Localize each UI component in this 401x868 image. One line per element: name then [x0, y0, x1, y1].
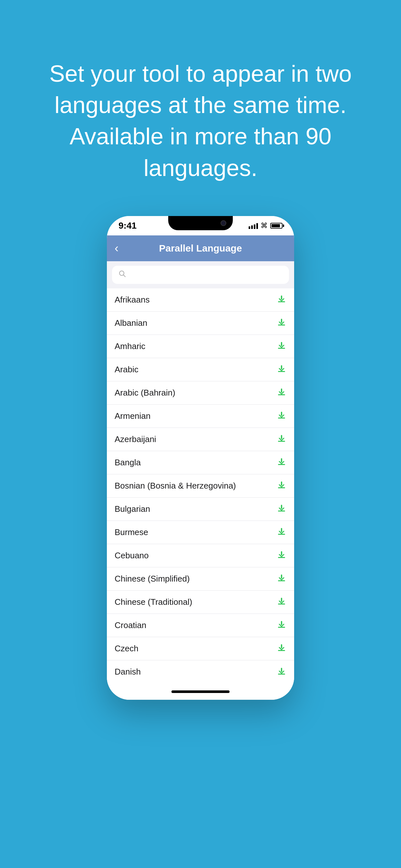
- language-name: Arabic (Bahrain): [115, 388, 175, 398]
- svg-rect-17: [281, 458, 282, 462]
- status-icons: ⌘: [249, 221, 282, 230]
- list-item[interactable]: Armenian: [107, 405, 294, 428]
- status-bar: 9:41 ⌘: [107, 216, 294, 236]
- list-item[interactable]: Albanian: [107, 312, 294, 335]
- back-button[interactable]: ‹: [115, 242, 119, 255]
- search-container: [107, 261, 294, 288]
- language-name: Bosnian (Bosnia & Herzegovina): [115, 481, 236, 491]
- list-item[interactable]: Burmese: [107, 521, 294, 544]
- list-item[interactable]: Azerbaijani: [107, 428, 294, 451]
- status-time: 9:41: [119, 221, 136, 231]
- download-icon[interactable]: [277, 503, 286, 515]
- svg-rect-15: [281, 435, 282, 439]
- list-item[interactable]: Bulgarian: [107, 498, 294, 521]
- language-name: Bulgarian: [115, 504, 150, 514]
- language-name: Albanian: [115, 318, 147, 328]
- phone-frame: 9:41 ⌘ ‹ Parallel Language: [107, 216, 294, 700]
- list-item[interactable]: Amharic: [107, 335, 294, 358]
- download-icon[interactable]: [277, 573, 286, 584]
- svg-rect-21: [281, 505, 282, 509]
- svg-rect-35: [281, 668, 282, 672]
- svg-rect-5: [281, 319, 282, 323]
- language-name: Burmese: [115, 527, 148, 537]
- language-name: Arabic: [115, 365, 138, 375]
- svg-rect-27: [281, 575, 282, 579]
- svg-rect-29: [281, 598, 282, 602]
- download-icon[interactable]: [277, 434, 286, 445]
- phone-mockup: 9:41 ⌘ ‹ Parallel Language: [107, 210, 294, 719]
- language-name: Czech: [115, 644, 138, 654]
- signal-bar-1: [249, 226, 250, 229]
- svg-rect-19: [281, 482, 282, 486]
- download-icon[interactable]: [277, 666, 286, 678]
- signal-bar-4: [256, 223, 258, 229]
- language-name: Amharic: [115, 341, 145, 351]
- list-item[interactable]: Czech: [107, 637, 294, 660]
- list-item[interactable]: Bosnian (Bosnia & Herzegovina): [107, 474, 294, 498]
- svg-rect-25: [281, 551, 282, 555]
- language-name: Croatian: [115, 620, 146, 630]
- language-name: Chinese (Simplified): [115, 574, 190, 584]
- svg-rect-11: [281, 389, 282, 393]
- svg-rect-33: [281, 644, 282, 648]
- svg-line-1: [124, 275, 126, 277]
- download-icon[interactable]: [277, 457, 286, 468]
- camera-dot: [220, 220, 226, 226]
- signal-bar-2: [251, 225, 253, 229]
- search-icon: [119, 270, 126, 280]
- list-item[interactable]: Bangla: [107, 451, 294, 474]
- download-icon[interactable]: [277, 410, 286, 422]
- list-item[interactable]: Cebuano: [107, 544, 294, 567]
- language-name: Bangla: [115, 458, 141, 468]
- download-icon[interactable]: [277, 550, 286, 561]
- list-item[interactable]: Arabic: [107, 358, 294, 381]
- svg-rect-3: [281, 296, 282, 300]
- navigation-bar: ‹ Parallel Language: [107, 236, 294, 261]
- home-indicator: [107, 684, 294, 700]
- svg-rect-9: [281, 365, 282, 369]
- download-icon[interactable]: [277, 364, 286, 375]
- list-item[interactable]: Afrikaans: [107, 288, 294, 312]
- svg-rect-23: [281, 528, 282, 532]
- download-icon[interactable]: [277, 480, 286, 491]
- svg-rect-31: [281, 621, 282, 625]
- download-icon[interactable]: [277, 294, 286, 305]
- language-name: Afrikaans: [115, 295, 150, 305]
- svg-rect-13: [281, 412, 282, 416]
- svg-rect-7: [281, 342, 282, 346]
- list-item[interactable]: Danish: [107, 660, 294, 684]
- download-icon[interactable]: [277, 317, 286, 329]
- language-name: Danish: [115, 667, 141, 677]
- hero-text: Set your tool to appear in two languages…: [0, 0, 401, 210]
- notch: [168, 216, 233, 230]
- language-name: Azerbaijani: [115, 434, 156, 444]
- language-list: Afrikaans Albanian Amharic Arabic Arabic…: [107, 288, 294, 684]
- wifi-icon: ⌘: [260, 221, 268, 230]
- signal-bar-3: [254, 224, 255, 229]
- download-icon[interactable]: [277, 643, 286, 654]
- battery-icon: [270, 223, 282, 228]
- list-item[interactable]: Chinese (Simplified): [107, 567, 294, 591]
- download-icon[interactable]: [277, 341, 286, 352]
- language-name: Armenian: [115, 411, 150, 421]
- battery-fill: [272, 224, 280, 227]
- download-icon[interactable]: [277, 620, 286, 631]
- home-bar: [172, 690, 229, 693]
- download-icon[interactable]: [277, 596, 286, 608]
- list-item[interactable]: Chinese (Traditional): [107, 591, 294, 614]
- search-bar[interactable]: [112, 266, 289, 284]
- language-name: Cebuano: [115, 551, 149, 561]
- language-name: Chinese (Traditional): [115, 597, 192, 607]
- download-icon[interactable]: [277, 527, 286, 538]
- list-item[interactable]: Croatian: [107, 614, 294, 637]
- nav-title: Parallel Language: [159, 243, 242, 254]
- download-icon[interactable]: [277, 387, 286, 398]
- list-item[interactable]: Arabic (Bahrain): [107, 381, 294, 405]
- signal-icon: [249, 222, 258, 229]
